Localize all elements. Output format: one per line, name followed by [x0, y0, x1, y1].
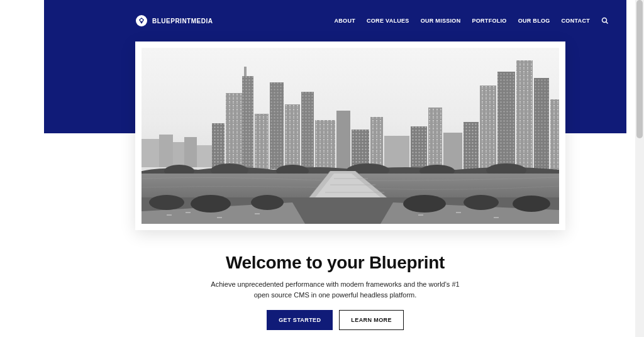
- svg-point-57: [191, 195, 231, 213]
- cta-row: GET STARTED LEARN MORE: [44, 310, 626, 330]
- svg-rect-14: [226, 93, 242, 170]
- brand-logo[interactable]: BLUEPRINTMEDIA: [136, 15, 213, 26]
- hero-image-card: [135, 41, 565, 230]
- svg-rect-25: [336, 111, 350, 170]
- svg-rect-16: [242, 76, 253, 170]
- svg-point-59: [403, 195, 446, 213]
- svg-rect-36: [516, 60, 533, 172]
- brand-name: BLUEPRINTMEDIA: [152, 18, 213, 25]
- svg-rect-29: [411, 126, 427, 170]
- svg-rect-20: [270, 82, 284, 169]
- svg-rect-23: [301, 92, 314, 170]
- nav-our-blog[interactable]: OUR BLOG: [518, 18, 550, 24]
- svg-rect-9: [159, 135, 173, 167]
- svg-rect-38: [534, 78, 549, 172]
- svg-rect-17: [244, 67, 247, 76]
- hero-city-image: [142, 48, 559, 224]
- nav-our-mission[interactable]: OUR MISSION: [421, 18, 461, 24]
- svg-rect-27: [370, 117, 383, 170]
- svg-rect-28: [384, 136, 409, 170]
- svg-rect-33: [480, 86, 496, 172]
- primary-nav: ABOUT CORE VALUES OUR MISSION PORTFOLIO …: [335, 17, 609, 25]
- site-header: BLUEPRINTMEDIA ABOUT CORE VALUES OUR MIS…: [44, 0, 626, 41]
- svg-rect-35: [497, 72, 515, 172]
- svg-point-61: [513, 196, 550, 212]
- svg-rect-18: [255, 114, 269, 170]
- get-started-button[interactable]: GET STARTED: [267, 310, 333, 330]
- svg-rect-12: [197, 145, 212, 167]
- svg-point-58: [251, 195, 284, 210]
- svg-rect-13: [212, 123, 225, 168]
- svg-rect-11: [184, 137, 197, 167]
- svg-line-1: [606, 22, 608, 24]
- svg-point-60: [464, 195, 499, 210]
- scrollbar[interactable]: [635, 0, 644, 337]
- welcome-section: Welcome to your Blueprint Achieve unprec…: [44, 253, 626, 330]
- svg-point-56: [149, 195, 184, 210]
- page-title: Welcome to your Blueprint: [44, 253, 626, 273]
- nav-portfolio[interactable]: PORTFOLIO: [472, 18, 506, 24]
- scrollbar-thumb[interactable]: [636, 0, 643, 138]
- nav-contact[interactable]: CONTACT: [562, 18, 590, 24]
- page-subtitle: Achieve unprecedented performance with m…: [206, 279, 464, 300]
- svg-rect-30: [428, 108, 442, 170]
- location-pin-icon: [136, 15, 147, 26]
- svg-rect-31: [443, 133, 462, 170]
- svg-point-0: [602, 18, 607, 23]
- svg-rect-21: [285, 104, 300, 170]
- nav-about[interactable]: ABOUT: [335, 18, 356, 24]
- svg-rect-10: [173, 142, 184, 167]
- svg-rect-8: [142, 139, 159, 167]
- svg-rect-24: [315, 120, 335, 170]
- search-icon[interactable]: [601, 17, 609, 25]
- svg-rect-39: [550, 99, 559, 172]
- learn-more-button[interactable]: LEARN MORE: [339, 310, 404, 330]
- nav-core-values[interactable]: CORE VALUES: [367, 18, 409, 24]
- svg-rect-32: [464, 122, 479, 170]
